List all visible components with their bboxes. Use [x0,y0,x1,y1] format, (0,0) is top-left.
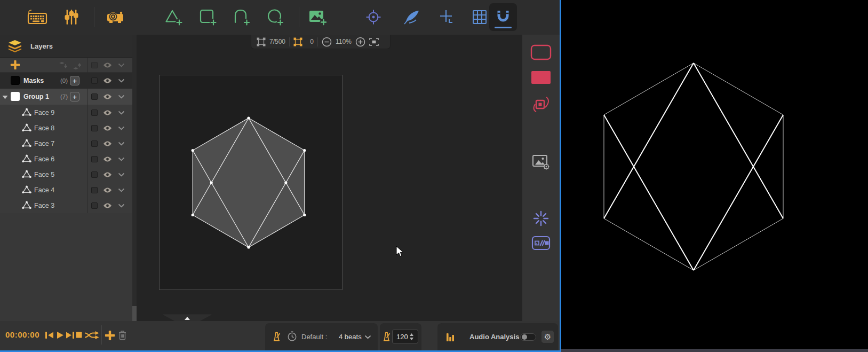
face-chevron-icon[interactable] [118,126,125,130]
all-layers-visibility-eye-icon[interactable] [103,62,112,68]
delete-sequence-button[interactable] [118,330,127,340]
image-add-icon [308,9,327,26]
center-point-tool-button[interactable] [361,4,386,30]
face-layer-list: Face 9 Face 8 [0,105,132,213]
layer-row-group[interactable]: Group 1 (7) + [0,89,132,105]
audio-analysis-toggle[interactable] [520,333,536,341]
bpm-stepper[interactable] [410,333,413,340]
hexagon-shape-canvas[interactable] [132,35,522,321]
face-visibility-eye-icon[interactable] [103,109,112,116]
add-to-group-button[interactable]: + [70,92,79,101]
face-visibility-eye-icon[interactable] [103,187,112,193]
play-button[interactable] [56,331,64,339]
tempo-preset-section[interactable]: Default : 4 beats [265,323,378,350]
audio-settings-button[interactable]: ⚙ [541,330,554,343]
midi-controls-button[interactable] [59,4,84,30]
layer-row-face[interactable]: Face 6 [0,151,132,167]
face-chevron-icon[interactable] [118,173,125,177]
face-checkbox[interactable] [91,202,98,209]
zoom-in-button[interactable] [355,37,365,47]
bpm-section [380,323,421,350]
face-controls [87,182,132,198]
triangle-shape-icon [22,139,31,150]
layers-panel-header: Layers [0,35,132,58]
media-settings-button[interactable] [532,153,550,170]
face-checkbox[interactable] [91,156,98,162]
add-point-tool-button[interactable] [435,4,459,30]
add-arch-button[interactable] [229,4,254,30]
face-checkbox[interactable] [91,140,98,147]
group-chevron-icon[interactable] [118,95,125,99]
group-visibility-eye-icon[interactable] [103,93,112,100]
add-circle-button[interactable] [264,4,288,30]
burst-effect-button[interactable] [532,210,550,227]
draw-tool-button[interactable] [400,4,424,30]
shape-fill-button[interactable] [530,70,552,85]
face-visibility-eye-icon[interactable] [103,202,112,209]
bpm-input[interactable] [393,333,410,341]
face-checkbox[interactable] [91,109,98,116]
layer-row-masks[interactable]: Masks (0) + [0,73,132,89]
add-mask-button[interactable]: + [70,76,79,85]
face-visibility-eye-icon[interactable] [103,140,112,147]
face-checkbox[interactable] [91,125,98,131]
audio-analysis-label: Audio Analysis [469,333,519,341]
zoom-out-button[interactable] [322,37,332,47]
stepper-down-icon[interactable] [410,338,413,340]
layer-row-face[interactable]: Face 9 [0,105,132,120]
face-controls [87,167,132,182]
all-layers-chevron-icon[interactable] [118,63,125,67]
masks-chevron-icon[interactable] [118,79,125,83]
group-color-swatch[interactable] [11,92,20,101]
layer-row-face[interactable]: Face 5 [0,167,132,182]
masks-checkbox[interactable] [91,77,98,84]
face-visibility-eye-icon[interactable] [103,171,112,178]
face-chevron-icon[interactable] [118,111,125,115]
add-triangle-button[interactable] [162,4,186,30]
keyboard-shortcuts-button[interactable] [25,4,50,30]
masks-visibility-eye-icon[interactable] [103,77,112,84]
face-chevron-icon[interactable] [118,157,125,161]
all-layers-checkbox[interactable] [91,62,98,68]
shuffle-button[interactable] [84,331,100,340]
layer-row-face[interactable]: Face 7 [0,136,132,151]
stop-button[interactable] [75,331,83,339]
add-sequence-button[interactable] [105,330,115,341]
layer-row-face[interactable]: Face 8 [0,120,132,136]
group-expand-caret-icon[interactable] [2,95,8,99]
layer-row-face[interactable]: Face 3 [0,198,132,213]
skip-forward-button[interactable] [66,331,75,339]
face-chevron-icon[interactable] [118,204,125,208]
grid-tool-button[interactable] [467,4,492,30]
masks-color-swatch[interactable] [11,76,20,85]
clock-icon [287,331,297,341]
face-chevron-icon[interactable] [118,142,125,146]
add-quad-button[interactable] [196,4,220,30]
layers-toolbar [0,58,132,73]
triangle-add-icon [164,8,184,26]
layers-column-divider [87,58,87,213]
face-chevron-icon[interactable] [118,188,125,192]
mapping-canvas[interactable]: 7/500 0 110% [132,35,522,321]
face-checkbox[interactable] [91,187,98,193]
group-checkbox[interactable] [91,93,98,100]
transitions-button[interactable] [531,236,551,251]
fit-to-screen-button[interactable] [369,38,379,46]
group-controls [87,89,132,105]
layer-row-face[interactable]: Face 4 [0,182,132,198]
face-visibility-eye-icon[interactable] [103,125,112,131]
face-checkbox[interactable] [91,171,98,178]
face-visibility-eye-icon[interactable] [103,156,112,162]
add-layer-button[interactable] [10,60,20,70]
beats-dropdown-chevron-icon[interactable] [364,335,371,339]
stepper-up-icon[interactable] [410,333,413,336]
add-media-button[interactable] [305,4,330,30]
projector-output-button[interactable] [103,4,128,30]
shape-effects-button[interactable] [531,95,551,115]
move-layer-down-button[interactable] [59,61,68,70]
magnet-snap-button[interactable] [489,3,517,31]
shape-outline-button[interactable] [530,44,552,60]
move-layer-up-button[interactable] [73,61,82,70]
taskbar-strip [561,349,868,352]
skip-back-button[interactable] [45,331,54,339]
